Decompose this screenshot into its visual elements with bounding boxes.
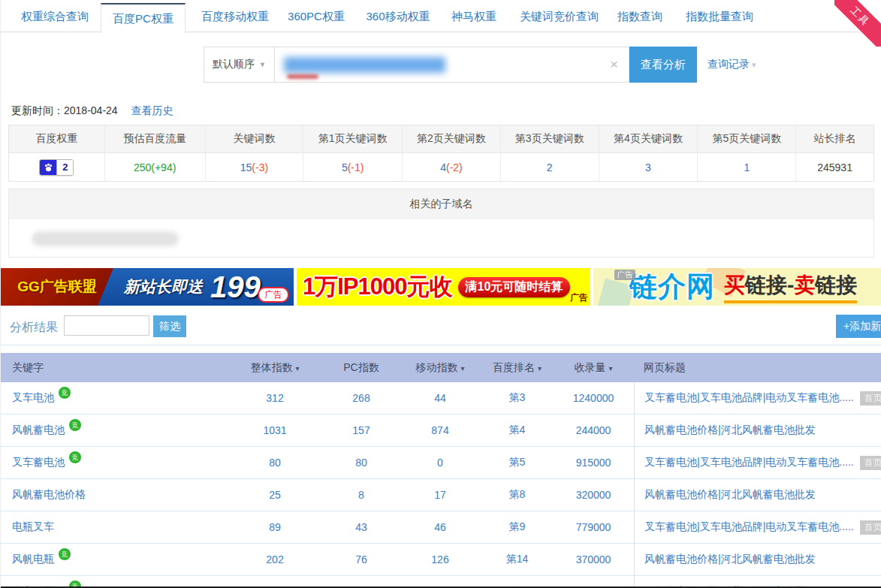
chevron-down-icon: ▾ xyxy=(752,60,756,69)
stats-header-baidu-weight: 百度权重 xyxy=(9,125,105,153)
stats-header-page1: 第1页关键词数 xyxy=(303,125,403,153)
pc-index-value: 268 xyxy=(324,382,399,414)
bidding-badge-icon: 竞 xyxy=(59,548,71,560)
col-header-indexed-count[interactable]: 收录量▾ xyxy=(553,353,634,382)
page-title-link[interactable]: 叉车蓄电池|叉车电池品牌|电动叉车蓄电池..... xyxy=(644,391,854,405)
indexed-count-value: 915000 xyxy=(553,447,634,478)
sort-order-label: 默认顺序 xyxy=(213,58,255,71)
page5-value: 1 xyxy=(698,153,796,181)
ad1-brand-text: GG广告联盟 xyxy=(17,277,97,297)
tab-index-batch-query[interactable]: 指数批量查询 xyxy=(683,10,756,24)
ad3-brand-text: 链介网 xyxy=(629,268,715,306)
tab-index-query[interactable]: 指数查询 xyxy=(615,10,665,24)
stats-table: 百度权重 预估百度流量 关键词数 第1页关键词数 第2页关键词数 第3页关键词数… xyxy=(8,125,874,182)
stats-header-page4: 第4页关键词数 xyxy=(599,125,698,153)
ad-banner-row: GG广告联盟 新站长即送 199 广告 1万IP1000元收 满10元可随时结算… xyxy=(1,268,881,306)
baidu-rank-value: 第5 xyxy=(481,447,553,478)
page-title-link[interactable]: 风帆蓄电池价格|河北风帆蓄电池批发 xyxy=(644,424,816,437)
page-title-link[interactable]: 风帆蓄电池价格|河北风帆蓄电池批发 xyxy=(644,488,816,502)
page4-value: 3 xyxy=(599,153,698,181)
keyword-link[interactable]: 叉车蓄电池 xyxy=(12,456,65,469)
sort-order-dropdown[interactable]: 默认顺序 ▼ xyxy=(204,47,275,83)
baidu-rank-value: 第8 xyxy=(481,479,553,511)
keyword-link[interactable]: 风帆蓄电池价格 xyxy=(12,488,86,502)
keyword-link[interactable]: 电瓶叉车 xyxy=(12,520,54,534)
overall-index-value: 202 xyxy=(226,544,324,575)
pc-index-value: 76 xyxy=(324,544,399,575)
mobile-index-value: 874 xyxy=(399,415,481,446)
corner-ribbon-label: 工具 xyxy=(834,0,881,47)
baidu-weight-badge[interactable]: 2 xyxy=(39,159,74,176)
tab-baidu-mobile-weight[interactable]: 百度移动权重 xyxy=(198,10,272,24)
tab-baidu-pc-weight[interactable]: 百度PC权重 xyxy=(101,3,186,33)
indexed-count-value: 779000 xyxy=(553,511,634,543)
page-title-link[interactable]: 叉车蓄电池|叉车电池品牌|电动叉车蓄电池..... xyxy=(644,456,854,469)
clear-input-icon[interactable]: × xyxy=(610,56,618,73)
overall-index-value: 312 xyxy=(226,382,324,414)
indexed-count-value: 1240000 xyxy=(553,382,634,414)
update-time-row: 更新时间：2018-04-24 查看历史 xyxy=(11,104,173,118)
tab-shenma-weight[interactable]: 神马权重 xyxy=(449,10,499,24)
baidu-rank-value: 第9 xyxy=(481,511,553,543)
ad2-headline: 1万IP1000元收 xyxy=(303,271,452,303)
keyword-link[interactable]: 叉车电池 xyxy=(12,391,54,405)
indexed-count-value: 244000 xyxy=(553,415,634,446)
homepage-badge: 首页 xyxy=(860,391,881,406)
mobile-index-value: 46 xyxy=(399,511,481,543)
analysis-result-label: 分析结果 xyxy=(10,320,58,336)
overall-index-value: 89 xyxy=(226,511,324,543)
page3-value: 2 xyxy=(501,153,599,181)
tab-360-mobile-weight[interactable]: 360移动权重 xyxy=(364,10,433,24)
corner-ribbon[interactable]: 工具 xyxy=(834,0,881,47)
webmaster-rank-value: 245931 xyxy=(796,153,873,181)
query-history-link[interactable]: 查询记录▾ xyxy=(708,58,756,71)
col-header-overall-index[interactable]: 整体指数▾ xyxy=(226,353,324,382)
keyword-link[interactable]: 风帆蓄电池 xyxy=(12,424,65,437)
tab-weight-overview[interactable]: 权重综合查询 xyxy=(19,10,91,24)
pc-index-value: 157 xyxy=(324,415,399,446)
stats-values-row: 2 250(+94) 15(-3) 5(-1) 4(-2) 2 3 1 2459… xyxy=(9,153,873,181)
baidu-rank-value: 第4 xyxy=(481,415,553,446)
baidu-paw-icon xyxy=(40,160,56,175)
stats-header-page2: 第2页关键词数 xyxy=(403,125,501,153)
add-new-keyword-button[interactable]: +添加新 xyxy=(836,315,881,338)
search-bar: 默认顺序 ▼ × 查看分析 xyxy=(204,47,697,83)
view-history-link[interactable]: 查看历史 xyxy=(131,104,173,116)
filter-input[interactable] xyxy=(64,315,149,336)
indexed-count-value: 370000 xyxy=(553,544,634,575)
pc-index-value: 80 xyxy=(324,447,399,478)
col-header-pc-index: PC指数 xyxy=(324,353,399,382)
stats-header-traffic: 预估百度流量 xyxy=(105,125,206,153)
sort-arrow-icon: ▾ xyxy=(608,364,612,372)
page2-delta: (-2) xyxy=(446,161,463,173)
ad3-headline: 买链接-卖链接 xyxy=(724,271,857,303)
col-header-baidu-rank[interactable]: 百度排名▾ xyxy=(481,353,553,382)
keyword-link[interactable]: 风帆电瓶 xyxy=(12,553,54,566)
analyze-button[interactable]: 查看分析 xyxy=(629,47,697,83)
page1-delta: (-1) xyxy=(348,161,364,173)
baidu-rank-value: 第14 xyxy=(481,544,553,575)
baidu-weight-value: 2 xyxy=(56,160,73,175)
filter-button[interactable]: 筛选 xyxy=(153,315,186,337)
stats-header-rank: 站长排名 xyxy=(796,125,873,153)
table-row: 风帆蓄电池价格 25 8 17 第8 320000 风帆蓄电池价格|河北风帆蓄电… xyxy=(1,479,881,511)
ad-banner-gg-alliance[interactable]: GG广告联盟 新站长即送 199 广告 xyxy=(1,268,294,306)
tab-360-pc-weight[interactable]: 360PC权重 xyxy=(286,10,346,24)
table-row: 电瓶叉车 89 43 46 第9 779000 叉车蓄电池|叉车电池品牌|电动叉… xyxy=(1,511,881,544)
table-row: 风帆蓄电池竞 1031 157 874 第4 244000 风帆蓄电池价格|河北… xyxy=(1,415,881,447)
ad-banner-link-market[interactable]: 广告 链介网 买链接-卖链接 xyxy=(593,268,881,306)
stats-header-page3: 第3页关键词数 xyxy=(501,125,599,153)
censored-subdomain-link[interactable] xyxy=(32,231,179,246)
col-header-mobile-index[interactable]: 移动指数▾ xyxy=(399,353,481,382)
page-title-link[interactable]: 风帆蓄电池价格|河北风帆蓄电池批发 xyxy=(644,553,816,566)
page1-value: 5 xyxy=(342,161,348,173)
keywords-delta: (-3) xyxy=(252,161,268,173)
keywords-value: 15 xyxy=(240,161,252,173)
ad-banner-ip-offer[interactable]: 1万IP1000元收 满10元可随时结算 广告 xyxy=(297,268,590,306)
domain-input[interactable]: × xyxy=(275,47,629,83)
subdomain-section: 相关的子域名 xyxy=(8,188,874,258)
page-title-link[interactable]: 叉车蓄电池|叉车电池品牌|电动叉车蓄电池..... xyxy=(644,520,854,534)
keyword-results-table: 关键字 整体指数▾ PC指数 移动指数▾ 百度排名▾ 收录量▾ 网页标题 叉车电… xyxy=(1,353,881,588)
tab-keyword-bidding[interactable]: 关键词竞价查询 xyxy=(516,10,602,24)
table-row: 叉车电池竞 312 268 44 第3 1240000 叉车蓄电池|叉车电池品牌… xyxy=(1,382,881,415)
